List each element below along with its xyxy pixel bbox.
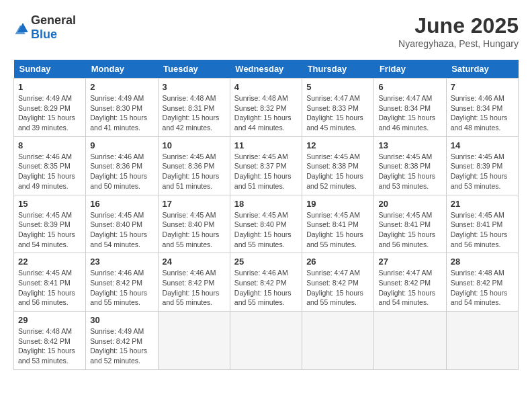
table-row: 26Sunrise: 4:47 AM Sunset: 8:42 PM Dayli… [302, 253, 374, 312]
col-thursday: Thursday [302, 60, 374, 79]
day-info: Sunrise: 4:48 AM Sunset: 8:42 PM Dayligh… [451, 268, 514, 308]
day-number: 13 [378, 140, 441, 150]
day-info: Sunrise: 4:48 AM Sunset: 8:31 PM Dayligh… [163, 93, 226, 133]
day-info: Sunrise: 4:47 AM Sunset: 8:34 PM Dayligh… [378, 93, 441, 133]
day-number: 25 [234, 257, 298, 267]
day-info: Sunrise: 4:46 AM Sunset: 8:42 PM Dayligh… [234, 268, 298, 308]
day-info: Sunrise: 4:45 AM Sunset: 8:39 PM Dayligh… [18, 210, 81, 250]
day-info: Sunrise: 4:49 AM Sunset: 8:29 PM Dayligh… [18, 93, 81, 133]
day-number: 12 [306, 140, 369, 150]
table-row: 15Sunrise: 4:45 AM Sunset: 8:39 PM Dayli… [14, 195, 86, 253]
day-number: 11 [234, 140, 298, 150]
table-row: 18Sunrise: 4:45 AM Sunset: 8:40 PM Dayli… [230, 195, 302, 253]
table-row: 12Sunrise: 4:45 AM Sunset: 8:38 PM Dayli… [302, 136, 374, 195]
calendar-subtitle: Nyaregyhaza, Pest, Hungary [398, 38, 519, 49]
day-info: Sunrise: 4:45 AM Sunset: 8:40 PM Dayligh… [163, 210, 226, 250]
day-info: Sunrise: 4:45 AM Sunset: 8:36 PM Dayligh… [163, 152, 226, 191]
logo-text-general: General [31, 13, 76, 27]
day-number: 28 [451, 257, 514, 267]
day-number: 22 [18, 257, 81, 267]
table-row: 9Sunrise: 4:46 AM Sunset: 8:36 PM Daylig… [86, 136, 158, 195]
table-row: 17Sunrise: 4:45 AM Sunset: 8:40 PM Dayli… [158, 195, 230, 253]
table-row: 19Sunrise: 4:45 AM Sunset: 8:41 PM Dayli… [302, 195, 374, 253]
table-row: 7Sunrise: 4:46 AM Sunset: 8:34 PM Daylig… [446, 79, 518, 137]
week-row: 22Sunrise: 4:45 AM Sunset: 8:41 PM Dayli… [14, 253, 519, 312]
day-number: 1 [18, 82, 81, 92]
day-info: Sunrise: 4:45 AM Sunset: 8:38 PM Dayligh… [378, 152, 441, 191]
week-row: 1Sunrise: 4:49 AM Sunset: 8:29 PM Daylig… [14, 79, 519, 137]
header-row: Sunday Monday Tuesday Wednesday Thursday… [14, 60, 519, 79]
table-row: 22Sunrise: 4:45 AM Sunset: 8:41 PM Dayli… [14, 253, 86, 312]
day-number: 16 [90, 199, 153, 209]
col-monday: Monday [86, 60, 158, 79]
logo: General Blue [13, 13, 76, 42]
table-row [302, 312, 374, 370]
day-number: 24 [163, 257, 226, 267]
day-info: Sunrise: 4:49 AM Sunset: 8:30 PM Dayligh… [90, 93, 153, 133]
week-row: 15Sunrise: 4:45 AM Sunset: 8:39 PM Dayli… [14, 195, 519, 253]
day-info: Sunrise: 4:46 AM Sunset: 8:34 PM Dayligh… [451, 93, 514, 133]
table-row: 2Sunrise: 4:49 AM Sunset: 8:30 PM Daylig… [86, 79, 158, 137]
day-info: Sunrise: 4:45 AM Sunset: 8:41 PM Dayligh… [18, 268, 81, 308]
table-row: 28Sunrise: 4:48 AM Sunset: 8:42 PM Dayli… [446, 253, 518, 312]
table-row: 3Sunrise: 4:48 AM Sunset: 8:31 PM Daylig… [158, 79, 230, 137]
day-number: 8 [18, 140, 81, 150]
table-row: 21Sunrise: 4:45 AM Sunset: 8:41 PM Dayli… [446, 195, 518, 253]
day-info: Sunrise: 4:47 AM Sunset: 8:33 PM Dayligh… [306, 93, 369, 133]
table-row: 29Sunrise: 4:48 AM Sunset: 8:42 PM Dayli… [14, 312, 86, 370]
day-number: 23 [90, 257, 153, 267]
day-info: Sunrise: 4:45 AM Sunset: 8:40 PM Dayligh… [234, 210, 298, 250]
week-row: 29Sunrise: 4:48 AM Sunset: 8:42 PM Dayli… [14, 312, 519, 370]
day-number: 17 [163, 199, 226, 209]
day-number: 4 [234, 82, 298, 92]
day-info: Sunrise: 4:45 AM Sunset: 8:39 PM Dayligh… [451, 152, 514, 191]
week-row: 8Sunrise: 4:46 AM Sunset: 8:35 PM Daylig… [14, 136, 519, 195]
table-row: 16Sunrise: 4:45 AM Sunset: 8:40 PM Dayli… [86, 195, 158, 253]
day-number: 19 [306, 199, 369, 209]
day-info: Sunrise: 4:47 AM Sunset: 8:42 PM Dayligh… [378, 268, 441, 308]
day-info: Sunrise: 4:45 AM Sunset: 8:41 PM Dayligh… [306, 210, 369, 250]
day-number: 14 [451, 140, 514, 150]
calendar-table: Sunday Monday Tuesday Wednesday Thursday… [13, 60, 519, 370]
day-info: Sunrise: 4:46 AM Sunset: 8:36 PM Dayligh… [90, 152, 153, 191]
table-row [374, 312, 446, 370]
day-info: Sunrise: 4:46 AM Sunset: 8:35 PM Dayligh… [18, 152, 81, 191]
table-row: 5Sunrise: 4:47 AM Sunset: 8:33 PM Daylig… [302, 79, 374, 137]
table-row: 4Sunrise: 4:48 AM Sunset: 8:32 PM Daylig… [230, 79, 302, 137]
day-info: Sunrise: 4:45 AM Sunset: 8:41 PM Dayligh… [451, 210, 514, 250]
day-number: 21 [451, 199, 514, 209]
day-number: 10 [163, 140, 226, 150]
table-row: 11Sunrise: 4:45 AM Sunset: 8:37 PM Dayli… [230, 136, 302, 195]
table-row: 10Sunrise: 4:45 AM Sunset: 8:36 PM Dayli… [158, 136, 230, 195]
table-row: 27Sunrise: 4:47 AM Sunset: 8:42 PM Dayli… [374, 253, 446, 312]
day-info: Sunrise: 4:45 AM Sunset: 8:41 PM Dayligh… [378, 210, 441, 250]
day-info: Sunrise: 4:47 AM Sunset: 8:42 PM Dayligh… [306, 268, 369, 308]
col-wednesday: Wednesday [230, 60, 302, 79]
table-row [158, 312, 230, 370]
day-info: Sunrise: 4:46 AM Sunset: 8:42 PM Dayligh… [90, 268, 153, 308]
table-row [230, 312, 302, 370]
title-area: June 2025 Nyaregyhaza, Pest, Hungary [398, 13, 519, 49]
day-number: 26 [306, 257, 369, 267]
day-number: 18 [234, 199, 298, 209]
col-friday: Friday [374, 60, 446, 79]
col-tuesday: Tuesday [158, 60, 230, 79]
logo-text-blue: Blue [31, 28, 57, 41]
table-row: 20Sunrise: 4:45 AM Sunset: 8:41 PM Dayli… [374, 195, 446, 253]
day-info: Sunrise: 4:49 AM Sunset: 8:42 PM Dayligh… [90, 326, 153, 366]
day-number: 30 [90, 315, 153, 325]
day-info: Sunrise: 4:46 AM Sunset: 8:42 PM Dayligh… [163, 268, 226, 308]
day-number: 9 [90, 140, 153, 150]
col-saturday: Saturday [446, 60, 518, 79]
day-info: Sunrise: 4:45 AM Sunset: 8:38 PM Dayligh… [306, 152, 369, 191]
table-row [446, 312, 518, 370]
day-number: 20 [378, 199, 441, 209]
day-number: 29 [18, 315, 81, 325]
day-number: 2 [90, 82, 153, 92]
day-number: 15 [18, 199, 81, 209]
table-row: 14Sunrise: 4:45 AM Sunset: 8:39 PM Dayli… [446, 136, 518, 195]
table-row: 24Sunrise: 4:46 AM Sunset: 8:42 PM Dayli… [158, 253, 230, 312]
col-sunday: Sunday [14, 60, 86, 79]
day-number: 27 [378, 257, 441, 267]
table-row: 25Sunrise: 4:46 AM Sunset: 8:42 PM Dayli… [230, 253, 302, 312]
